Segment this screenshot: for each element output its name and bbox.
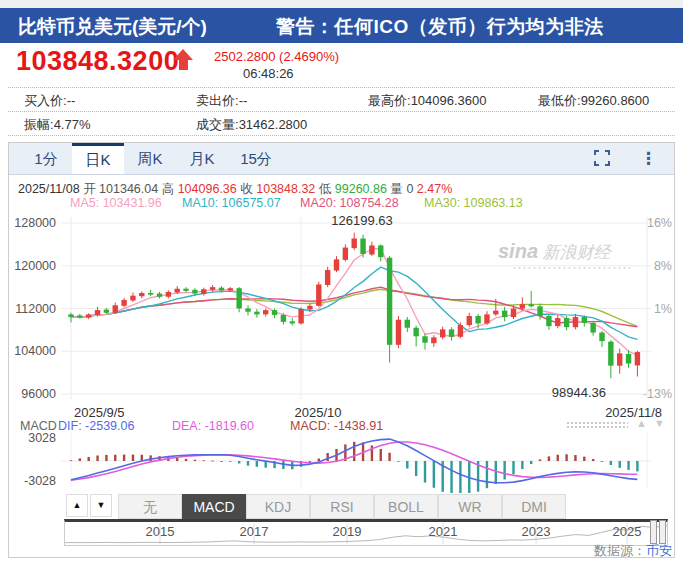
volume-label: 量 [390,182,403,196]
year-label-2019: 2019 [327,524,367,539]
indicator-button-无[interactable]: 无 [118,494,182,519]
tab-1分[interactable]: 1分 [20,143,72,174]
peak-price-label: 126199.63 [312,213,412,228]
watermark-brand: sina [498,240,538,262]
macd-chart[interactable] [9,431,669,493]
field-label: 成交量: [196,117,239,132]
divider [8,111,675,112]
field-value: -- [239,93,248,108]
open-label: 开 [83,182,96,196]
field-label: 最低价: [538,93,581,108]
field-label: 卖出价: [196,93,239,108]
year-label-2015: 2015 [140,524,180,539]
field-label: 最高价: [368,93,411,108]
page-title: 比特币兑美元(美元/个) [18,14,207,40]
field-value: -- [67,93,76,108]
year-label-2025: 2025 [607,524,647,539]
data-source-value[interactable]: 币安 [646,543,672,558]
bitcoin-usd-quote-page: 比特币兑美元(美元/个) 警告：任何ICO（发币）行为均为非法 103848.3… [0,0,683,562]
sina-watermark: sina 新浪财经 [498,240,632,270]
open-value: 101346.04 [99,182,158,196]
volume-value: 0 [406,182,413,196]
field-label: 买入价: [24,93,67,108]
tab-15分[interactable]: 15分 [228,143,284,174]
price-change: 2502.2800 (2.4690%) [214,49,339,64]
ma5-label: MA5: 103431.96 [70,196,162,210]
ico-warning-text: 警告：任何ICO（发币）行为均为非法 [276,14,604,40]
title-bar: 比特币兑美元(美元/个) 警告：任何ICO（发币）行为均为非法 [0,8,683,43]
year-label-2017: 2017 [234,524,274,539]
x-label-end: 2025/11/8 [592,405,662,420]
field-value: 104096.3600 [411,93,487,108]
data-source-label: 数据源： [594,543,646,558]
candlestick-chart[interactable] [9,209,669,405]
drag-handle-dots[interactable] [566,421,628,429]
year-label-2021: 2021 [423,524,463,539]
indicator-button-BOLL[interactable]: BOLL [374,494,438,519]
quote-field-5: 成交量:31462.2800 [196,116,307,134]
watermark-text: 新浪财经 [542,243,610,262]
field-label: 振幅: [24,117,54,132]
tab-周K[interactable]: 周K [124,143,176,174]
quote-field-0: 买入价:-- [24,92,75,110]
field-value: 4.77% [54,117,91,132]
quote-field-1: 卖出价:-- [196,92,247,110]
pct-change-value: 2.47% [417,182,452,196]
ma10-label: MA10: 106575.07 [182,196,281,210]
low-price-label: 98944.36 [518,385,606,400]
fullscreen-icon[interactable] [594,150,610,166]
close-value: 103848.32 [256,182,315,196]
indicator-button-DMI[interactable]: DMI [502,494,566,519]
pane-down-button[interactable]: ▼ [90,494,112,517]
field-value: 99260.8600 [581,93,650,108]
indicator-button-KDJ[interactable]: KDJ [246,494,310,519]
field-value: 31462.2800 [239,117,308,132]
data-source: 数据源：币安 [440,542,672,560]
pane-up-button[interactable]: ▲ [66,494,88,517]
divider [8,87,675,88]
tab-月K[interactable]: 月K [176,143,228,174]
more-menu-icon[interactable]: ⋮ [640,148,657,169]
quote-field-2: 最高价:104096.3600 [368,92,487,110]
x-label-mid: 2025/10 [288,405,348,420]
close-label: 收 [240,182,253,196]
low-label: 低 [319,182,332,196]
navigator-handle-right[interactable] [659,520,666,544]
indicator-button-MACD[interactable]: MACD [182,494,246,519]
scroll-down-icon[interactable]: ▼ [654,417,665,429]
last-price: 103848.3200 [16,46,179,77]
price-up-arrow-icon [172,49,194,73]
high-label: 高 [162,182,175,196]
scroll-up-icon[interactable]: ▲ [636,417,647,429]
year-label-2023: 2023 [516,524,556,539]
quote-field-4: 振幅:4.77% [24,116,91,134]
divider [8,135,675,136]
high-value: 104096.36 [178,182,237,196]
ma20-label: MA20: 108754.28 [300,196,399,210]
indicator-button-WR[interactable]: WR [438,494,502,519]
kline-date: 2025/11/08 [18,182,80,196]
quote-field-3: 最低价:99260.8600 [538,92,649,110]
ma30-label: MA30: 109863.13 [424,196,523,210]
tab-日K[interactable]: 日K [72,143,124,174]
indicator-button-RSI[interactable]: RSI [310,494,374,519]
low-value: 99260.86 [335,182,387,196]
quote-time: 06:48:26 [243,66,294,81]
navigator-handle-left[interactable] [650,520,657,544]
x-label-start: 2025/9/5 [74,405,125,420]
